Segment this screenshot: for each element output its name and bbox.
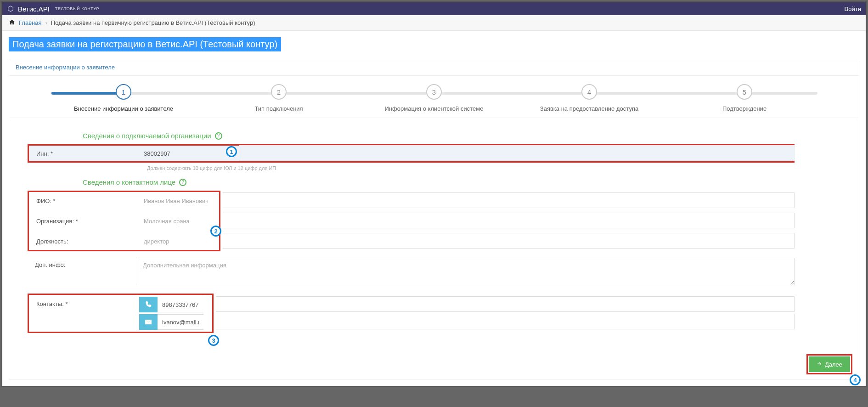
next-label: Далее	[825, 361, 842, 368]
step-2-circle: 2	[271, 84, 287, 100]
contacts-label: Контакты: *	[29, 297, 139, 307]
help-icon[interactable]: ?	[179, 179, 186, 186]
person-block-highlight: ФИО: * Организация: * Долж	[28, 191, 220, 251]
footer-bar: Далее 4	[9, 350, 859, 379]
step-1-label: Внесение информации о заявителе	[46, 105, 201, 112]
fio-row: ФИО: *	[29, 193, 219, 209]
next-button[interactable]: Далее	[809, 356, 850, 372]
step-1[interactable]: 1 Внесение информации о заявителе	[46, 84, 201, 112]
arrow-right-icon	[817, 361, 822, 368]
panel-subtitle: Внесение информации о заявителе	[9, 59, 859, 76]
step-2-label: Тип подключения	[201, 105, 356, 112]
fio-input[interactable]	[139, 193, 213, 209]
step-5[interactable]: 5 Подтверждение	[667, 84, 822, 112]
step-3[interactable]: 3 Информация о клиентской системе	[356, 84, 512, 112]
wizard: 1 Внесение информации о заявителе 2 Тип …	[9, 76, 859, 118]
step-4-label: Заявка на предоставление доступа	[512, 105, 667, 112]
chevron-right-icon: ›	[45, 19, 47, 26]
breadcrumb-current: Подача заявки на первичную регистрацию в…	[51, 19, 255, 26]
extra-textarea[interactable]	[138, 258, 795, 285]
phone-icon	[139, 297, 158, 312]
envelope-icon	[139, 314, 158, 330]
inn-extension	[239, 145, 795, 161]
email-group	[139, 314, 212, 330]
breadcrumb: Главная › Подача заявки на первичную рег…	[2, 15, 866, 31]
position-label: Должность:	[29, 238, 139, 245]
topbar: Ветис.API ТЕСТОВЫЙ КОНТУР Войти	[2, 2, 866, 15]
extra-label: Доп. инфо:	[28, 258, 138, 268]
form-body: Сведения о подключаемой организации ? Ин…	[9, 118, 859, 350]
phone-input[interactable]	[158, 297, 203, 312]
section-org-title: Сведения о подключаемой организации ?	[83, 132, 795, 140]
person-fields-overlay	[223, 192, 795, 249]
inn-hint: Должен содержать 10 цифр для ЮЛ и 12 циф…	[147, 165, 795, 171]
form-panel: Внесение информации о заявителе 1 Внесен…	[9, 59, 859, 379]
callout-2: 2	[210, 226, 221, 237]
section-contact-title: Сведения о контактном лице ?	[83, 178, 795, 186]
position-row: Должность:	[29, 233, 219, 249]
help-icon[interactable]: ?	[215, 132, 222, 140]
step-5-circle: 5	[737, 84, 752, 100]
login-link[interactable]: Войти	[845, 6, 861, 12]
org-input[interactable]	[139, 213, 213, 229]
org-label: Организация: *	[29, 218, 139, 225]
brand-text: Ветис.API	[18, 5, 50, 13]
breadcrumb-home-link[interactable]: Главная	[19, 19, 41, 26]
phone-group	[139, 297, 212, 312]
step-3-circle: 3	[426, 84, 442, 100]
home-icon	[9, 19, 15, 27]
cube-icon	[7, 5, 14, 12]
fio-label: ФИО: *	[29, 198, 139, 204]
org-row: Организация: *	[29, 213, 219, 229]
contacts-highlight: Контакты: *	[28, 294, 214, 333]
extra-row: Доп. инфо:	[28, 258, 795, 287]
app-window: Ветис.API ТЕСТОВЫЙ КОНТУР Войти Главная …	[1, 1, 867, 387]
step-3-label: Информация о клиентской системе	[356, 105, 512, 112]
callout-3: 3	[208, 335, 219, 346]
page-title: Подача заявки на регистрацию в Ветис.API…	[9, 37, 281, 51]
email-input[interactable]	[158, 314, 203, 330]
next-highlight: Далее	[806, 354, 852, 374]
step-4-circle: 4	[581, 84, 597, 100]
content: Подача заявки на регистрацию в Ветис.API…	[2, 31, 866, 386]
step-4[interactable]: 4 Заявка на предоставление доступа	[512, 84, 667, 112]
inn-input[interactable]	[139, 146, 213, 161]
env-tag: ТЕСТОВЫЙ КОНТУР	[55, 6, 99, 11]
step-2[interactable]: 2 Тип подключения	[201, 84, 356, 112]
step-5-label: Подтверждение	[667, 105, 822, 112]
contacts-overlay	[216, 296, 795, 329]
step-1-circle: 1	[116, 84, 131, 100]
position-input[interactable]	[139, 233, 213, 249]
callout-4: 4	[850, 374, 861, 385]
inn-label: Инн: *	[29, 150, 139, 157]
callout-1: 1	[226, 146, 237, 157]
